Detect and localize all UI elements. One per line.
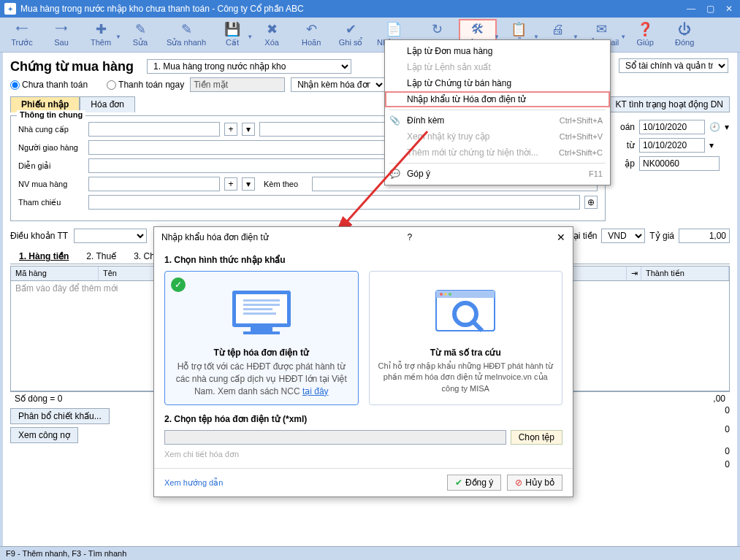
choose-file-button[interactable]: Chọn tệp bbox=[511, 430, 562, 445]
supplier-input[interactable] bbox=[88, 122, 220, 137]
subtab-money[interactable]: 1. Hàng tiền bbox=[10, 249, 77, 264]
menu-item[interactable]: Lập từ Đơn mua hàng bbox=[385, 43, 610, 59]
import-from-file-card[interactable]: ✓ Từ tệp hóa đơn điện tử Hỗ trợ tốt với … bbox=[164, 271, 359, 405]
toolbar-post-button[interactable]: ✔Ghi sổ bbox=[335, 20, 367, 49]
import-einvoice-dialog: Nhập khẩu hóa đơn điện tử ? ✕ 1. Chọn hì… bbox=[153, 226, 573, 497]
invoice-mode-select[interactable]: Nhận kèm hóa đơn bbox=[291, 77, 386, 92]
terms-select[interactable] bbox=[74, 229, 147, 243]
discount-button[interactable]: Phân bổ chiết khấu... bbox=[10, 408, 110, 424]
provider-list-link[interactable]: tại đây bbox=[302, 386, 329, 396]
utilities-menu: Lập từ Đơn mua hàngLập từ Lệnh sản xuấtL… bbox=[384, 39, 611, 185]
maximize-button[interactable]: ▢ bbox=[703, 4, 717, 14]
close-window-button[interactable]: ✕ bbox=[722, 4, 736, 14]
dialog-help-button[interactable]: ? bbox=[408, 232, 413, 242]
dialog-title: Nhập khẩu hóa đơn điện tử bbox=[161, 232, 269, 242]
svg-rect-6 bbox=[243, 304, 280, 306]
svg-point-13 bbox=[449, 293, 451, 296]
purchase-type-select[interactable]: 1. Mua hàng trong nước nhập kho bbox=[147, 59, 351, 74]
menu-item: Thêm mới từ chứng từ hiện thời...Ctrl+Sh… bbox=[385, 145, 610, 161]
rowcount-label: Số dòng = 0 bbox=[15, 394, 62, 404]
toolbar-prev-button[interactable]: ⭠Trước bbox=[6, 20, 38, 49]
group-legend: Thông tin chung bbox=[17, 110, 85, 119]
check-status-button[interactable]: KT tình trạng hoạt động DN bbox=[609, 96, 730, 112]
paid-radio[interactable]: Thanh toán ngay bbox=[107, 80, 184, 90]
toolbar-close-button[interactable]: ⏻Đóng bbox=[668, 20, 701, 48]
accounting-date-input[interactable] bbox=[639, 120, 705, 134]
voucher-date-input[interactable] bbox=[639, 138, 705, 153]
menu-item: Xem nhật ký truy cậpCtrl+Shift+V bbox=[385, 129, 610, 145]
debt-button[interactable]: Xem công nợ bbox=[10, 427, 78, 443]
date2-dropdown[interactable]: ▾ bbox=[709, 140, 714, 150]
file-path-input bbox=[164, 430, 506, 445]
date1-dropdown[interactable]: ▾ bbox=[725, 122, 729, 132]
status-bar: F9 - Thêm nhanh, F3 - Tìm nhanh bbox=[0, 546, 740, 560]
svg-rect-3 bbox=[251, 327, 272, 331]
buyer-input[interactable] bbox=[88, 177, 220, 191]
menu-item[interactable]: 📎Đính kèmCtrl+Shift+A bbox=[385, 112, 610, 129]
rate-input[interactable] bbox=[679, 229, 730, 243]
supplier-dropdown[interactable]: ▾ bbox=[242, 123, 255, 136]
toolbar-next-button[interactable]: ⭢Sau bbox=[45, 20, 77, 48]
toolbar-cut-button[interactable]: 💾Cất▼ bbox=[216, 20, 248, 49]
svg-rect-8 bbox=[243, 312, 276, 315]
reference-input[interactable] bbox=[88, 195, 580, 210]
reference-add-button[interactable]: ⊕ bbox=[584, 196, 598, 209]
subtab-tax[interactable]: 2. Thuế bbox=[77, 249, 125, 264]
tab-invoice[interactable]: Hóa đơn bbox=[80, 96, 135, 112]
buyer-dropdown[interactable]: ▾ bbox=[242, 177, 255, 191]
view-detail-link[interactable]: Xem chi tiết hóa đơn bbox=[164, 450, 239, 459]
supplier-add-button[interactable]: + bbox=[224, 123, 237, 136]
buyer-add-button[interactable]: + bbox=[224, 177, 237, 191]
app-icon: ✦ bbox=[4, 3, 16, 15]
minimize-button[interactable]: — bbox=[684, 4, 698, 14]
menu-item[interactable]: 💬Góp ýF11 bbox=[385, 166, 610, 182]
svg-rect-5 bbox=[243, 299, 280, 302]
svg-rect-4 bbox=[243, 331, 280, 334]
unpaid-radio[interactable]: Chưa thanh toán bbox=[10, 80, 88, 90]
menu-item: Lập từ Lệnh sản xuất bbox=[385, 59, 610, 75]
toolbar-add-button[interactable]: ✚Thêm▼ bbox=[85, 20, 117, 48]
toolbar-del-button[interactable]: ✖Xóa bbox=[256, 20, 288, 48]
terms-label: Điều khoản TT bbox=[10, 231, 68, 241]
svg-point-11 bbox=[440, 293, 443, 296]
dialog-close-button[interactable]: ✕ bbox=[557, 231, 565, 243]
menu-item[interactable]: Nhập khẩu từ Hóa đơn điện tử bbox=[385, 91, 610, 107]
toolbar-quick-button[interactable]: ✎Sửa nhanh bbox=[164, 20, 209, 49]
check-icon: ✓ bbox=[171, 277, 186, 292]
page-title: Chứng từ mua hàng bbox=[10, 58, 134, 74]
voucher-code-input[interactable] bbox=[639, 156, 720, 171]
window-title: Mua hàng trong nước nhập kho chưa thanh … bbox=[20, 4, 304, 14]
guide-link[interactable]: Xem hướng dẫn bbox=[164, 478, 223, 488]
toolbar-help-button[interactable]: ❓Giúp bbox=[629, 20, 661, 48]
clock-icon[interactable]: 🕘 bbox=[709, 122, 720, 132]
cancel-button[interactable]: ⊘Hủy bỏ bbox=[507, 475, 562, 491]
menu-item[interactable]: Lập từ Chứng từ bán hàng bbox=[385, 75, 610, 91]
import-from-code-card[interactable]: Từ mã số tra cứu Chỉ hỗ trợ nhập khẩu nh… bbox=[369, 271, 563, 405]
svg-line-15 bbox=[473, 321, 482, 331]
ok-button[interactable]: ✔Đồng ý bbox=[447, 475, 501, 491]
book-select[interactable]: Sổ tài chính và quản trị bbox=[619, 58, 728, 73]
toolbar-edit-button[interactable]: ✎Sửa bbox=[124, 20, 156, 49]
svg-point-12 bbox=[444, 293, 447, 296]
toolbar-undo-button[interactable]: ↶Hoãn bbox=[295, 20, 327, 48]
pay-method-input bbox=[190, 77, 285, 92]
currency-select[interactable]: VND bbox=[601, 229, 645, 243]
svg-rect-7 bbox=[243, 308, 272, 310]
